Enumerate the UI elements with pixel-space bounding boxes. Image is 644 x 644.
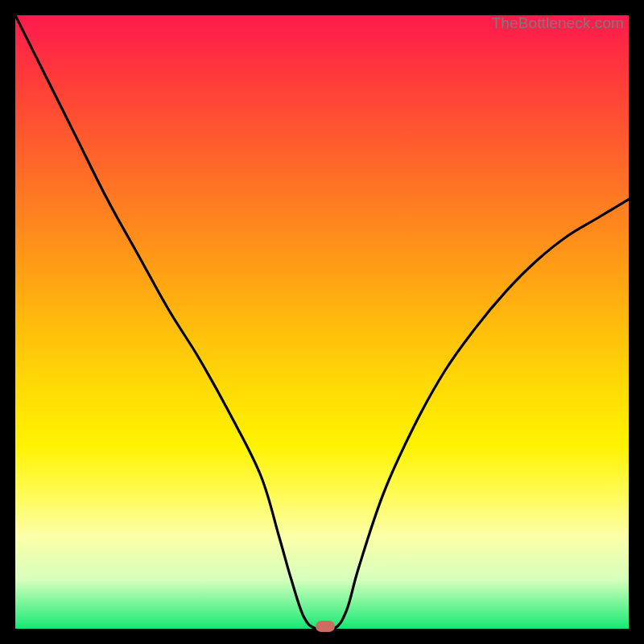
plot-area: TheBottleneck.com <box>15 15 629 629</box>
optimal-marker <box>316 621 335 632</box>
chart-frame: TheBottleneck.com <box>0 0 644 644</box>
bottleneck-curve <box>15 15 629 629</box>
